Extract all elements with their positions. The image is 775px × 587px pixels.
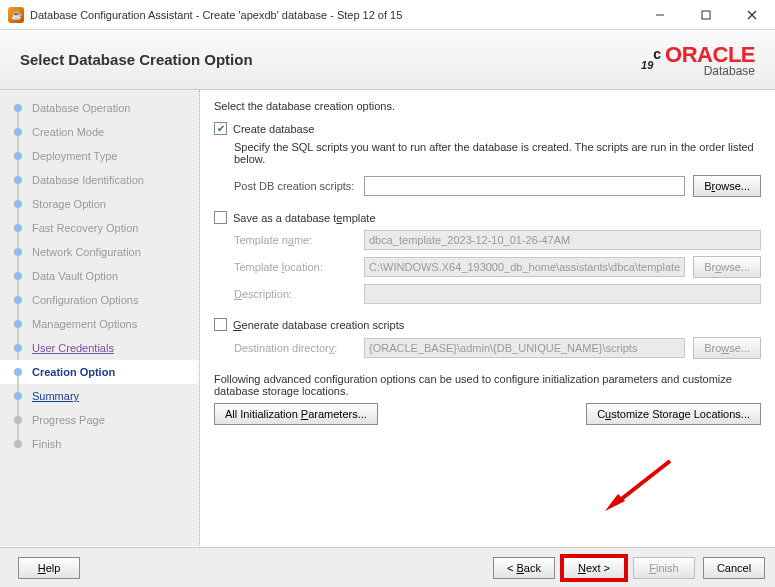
template-location-input bbox=[364, 257, 685, 277]
post-scripts-label: Post DB creation scripts: bbox=[234, 180, 364, 192]
brand: 19c ORACLE Database bbox=[641, 42, 755, 78]
step-configuration-options[interactable]: Configuration Options bbox=[0, 288, 199, 312]
maximize-button[interactable] bbox=[683, 0, 729, 29]
step-management-options[interactable]: Management Options bbox=[0, 312, 199, 336]
create-database-label: Create database bbox=[233, 123, 314, 135]
step-progress-page: Progress Page bbox=[0, 408, 199, 432]
step-database-operation[interactable]: Database Operation bbox=[0, 96, 199, 120]
brand-database: Database bbox=[704, 64, 755, 78]
advanced-note: Following advanced configuration options… bbox=[214, 373, 761, 397]
dest-dir-label: Destination directory: bbox=[234, 342, 364, 354]
step-summary[interactable]: Summary bbox=[0, 384, 199, 408]
page-header: Select Database Creation Option 19c ORAC… bbox=[0, 30, 775, 90]
template-name-label: Template name: bbox=[234, 234, 364, 246]
browse-template-location-button: Browse... bbox=[693, 256, 761, 278]
description-label: Description: bbox=[234, 288, 364, 300]
svg-line-4 bbox=[615, 461, 670, 504]
cancel-button[interactable]: Cancel bbox=[703, 557, 765, 579]
back-button[interactable]: < Back bbox=[493, 557, 555, 579]
step-user-credentials[interactable]: User Credentials bbox=[0, 336, 199, 360]
next-button[interactable]: Next > bbox=[563, 557, 625, 579]
step-fast-recovery-option[interactable]: Fast Recovery Option bbox=[0, 216, 199, 240]
wizard-steps: Database Operation Creation Mode Deploym… bbox=[0, 90, 200, 546]
post-scripts-input[interactable] bbox=[364, 176, 685, 196]
annotation-arrow bbox=[600, 456, 680, 516]
dest-dir-input bbox=[364, 338, 685, 358]
save-template-checkbox[interactable] bbox=[214, 211, 227, 224]
template-location-label: Template location: bbox=[234, 261, 364, 273]
description-input bbox=[364, 284, 761, 304]
step-network-configuration[interactable]: Network Configuration bbox=[0, 240, 199, 264]
svg-marker-5 bbox=[605, 494, 625, 511]
step-database-identification[interactable]: Database Identification bbox=[0, 168, 199, 192]
intro-text: Select the database creation options. bbox=[214, 100, 761, 112]
generate-scripts-label: Generate database creation scripts bbox=[233, 319, 404, 331]
scripts-note: Specify the SQL scripts you want to run … bbox=[234, 141, 761, 165]
browse-dest-dir-button: Browse... bbox=[693, 337, 761, 359]
close-button[interactable] bbox=[729, 0, 775, 29]
step-data-vault-option[interactable]: Data Vault Option bbox=[0, 264, 199, 288]
page-heading: Select Database Creation Option bbox=[20, 51, 641, 68]
wizard-footer: Help < Back Next > Finish Cancel bbox=[0, 547, 775, 587]
step-storage-option[interactable]: Storage Option bbox=[0, 192, 199, 216]
step-creation-mode[interactable]: Creation Mode bbox=[0, 120, 199, 144]
minimize-button[interactable] bbox=[637, 0, 683, 29]
title-bar: ☕ Database Configuration Assistant - Cre… bbox=[0, 0, 775, 30]
create-database-checkbox[interactable] bbox=[214, 122, 227, 135]
step-finish: Finish bbox=[0, 432, 199, 456]
brand-version: 19c bbox=[641, 44, 661, 76]
java-icon: ☕ bbox=[8, 7, 24, 23]
step-creation-option[interactable]: Creation Option bbox=[0, 360, 199, 384]
finish-button: Finish bbox=[633, 557, 695, 579]
window-title: Database Configuration Assistant - Creat… bbox=[30, 9, 637, 21]
browse-post-scripts-button[interactable]: Browse... bbox=[693, 175, 761, 197]
all-init-params-button[interactable]: All Initialization Parameters... bbox=[214, 403, 378, 425]
help-button[interactable]: Help bbox=[18, 557, 80, 579]
template-name-input bbox=[364, 230, 761, 250]
generate-scripts-checkbox[interactable] bbox=[214, 318, 227, 331]
step-deployment-type[interactable]: Deployment Type bbox=[0, 144, 199, 168]
save-template-label: Save as a database template bbox=[233, 212, 376, 224]
content-panel: Select the database creation options. Cr… bbox=[200, 90, 775, 546]
customize-storage-button[interactable]: Customize Storage Locations... bbox=[586, 403, 761, 425]
svg-rect-1 bbox=[702, 11, 710, 19]
